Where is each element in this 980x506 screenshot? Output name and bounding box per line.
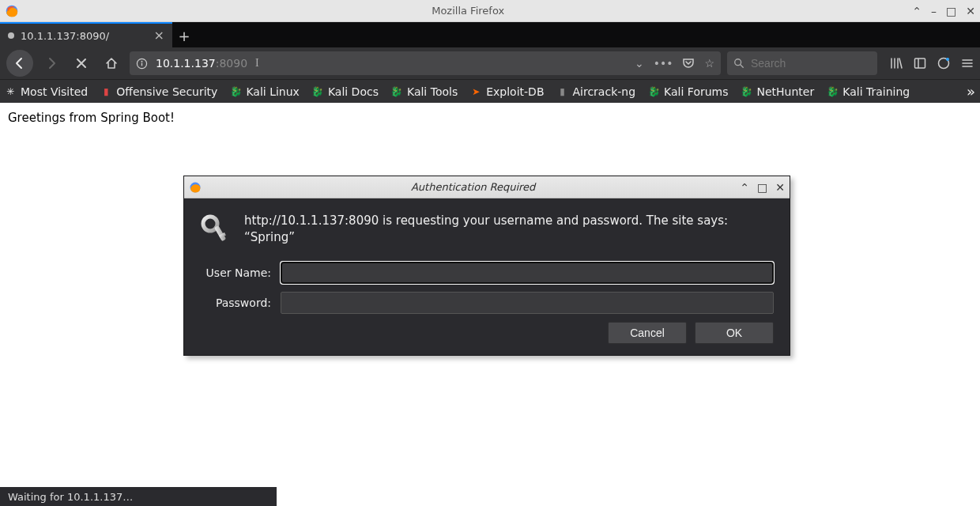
tab-bar: 10.1.1.137:8090/ × +	[0, 22, 980, 47]
tab-title: 10.1.1.137:8090/	[21, 30, 149, 42]
bookmarks-bar: ✳ Most Visited ▮ Offensive Security 🐉 Ka…	[0, 79, 980, 103]
os-titlebar: Mozilla Firefox ⌃ – □ ✕	[0, 0, 980, 22]
hamburger-menu-icon[interactable]	[961, 57, 974, 70]
bookmark-most-visited[interactable]: ✳ Most Visited	[5, 85, 88, 98]
firefox-logo-icon	[5, 4, 19, 18]
window-roll-icon[interactable]: ⌃	[912, 5, 922, 17]
tab-close-icon[interactable]: ×	[154, 29, 164, 42]
nav-toolbar: 10.1.1.137:8090 I ⌄ ••• ☆	[0, 47, 980, 79]
stop-button[interactable]	[70, 51, 93, 75]
url-bar[interactable]: 10.1.1.137:8090 I ⌄ ••• ☆	[130, 51, 721, 75]
dragon-icon: 🐉	[312, 86, 323, 97]
dragon-icon: 🐉	[648, 86, 659, 97]
svg-rect-5	[915, 59, 925, 68]
dialog-title: Authentication Required	[206, 181, 740, 193]
password-input[interactable]	[281, 292, 774, 314]
dialog-message: http://10.1.1.137:8090 is requesting you…	[244, 213, 774, 246]
dragon-icon: 🐉	[827, 86, 838, 97]
tab-active[interactable]: 10.1.1.137:8090/ ×	[0, 22, 172, 47]
bug-icon: ➤	[470, 86, 481, 97]
addon-indicator-icon[interactable]	[937, 57, 950, 70]
status-bar: Waiting for 10.1.1.137…	[0, 487, 277, 506]
dialog-titlebar: Authentication Required ⌃ □ ✕	[184, 176, 790, 198]
dialog-close-icon[interactable]: ✕	[775, 181, 785, 194]
bookmark-kali-forums[interactable]: 🐉 Kali Forums	[648, 85, 728, 98]
firefox-logo-icon	[189, 181, 202, 194]
dragon-icon: 🐉	[230, 86, 241, 97]
sidebar-icon[interactable]	[914, 57, 926, 70]
search-input[interactable]	[751, 57, 871, 70]
bookmark-exploit-db[interactable]: ➤ Exploit-DB	[470, 85, 544, 98]
dialog-roll-icon[interactable]: ⌃	[740, 181, 749, 194]
dragon-icon: 🐉	[741, 86, 752, 97]
ok-button[interactable]: OK	[695, 322, 774, 344]
search-box[interactable]	[727, 51, 877, 75]
library-icon[interactable]	[890, 57, 903, 70]
svg-point-7	[946, 58, 949, 61]
bookmark-kali-docs[interactable]: 🐉 Kali Docs	[312, 85, 379, 98]
cancel-button[interactable]: Cancel	[608, 322, 687, 344]
bookmark-aircrack[interactable]: ▮ Aircrack-ng	[557, 85, 636, 98]
bookmark-icon: ▮	[100, 86, 111, 97]
bookmark-kali-training[interactable]: 🐉 Kali Training	[827, 85, 910, 98]
dialog-maximize-icon[interactable]: □	[757, 181, 767, 194]
svg-point-3	[141, 60, 143, 62]
username-input[interactable]	[281, 262, 774, 284]
back-button[interactable]	[6, 50, 33, 77]
text-cursor-icon: I	[255, 57, 259, 70]
new-tab-button[interactable]: +	[172, 24, 196, 47]
bookmark-kali-linux[interactable]: 🐉 Kali Linux	[230, 85, 299, 98]
bookmark-kali-tools[interactable]: 🐉 Kali Tools	[391, 85, 458, 98]
page-body-text: Greetings from Spring Boot!	[8, 111, 175, 125]
status-text: Waiting for 10.1.1.137…	[8, 491, 133, 503]
key-icon	[200, 213, 230, 245]
dragon-icon: 🐉	[391, 86, 402, 97]
username-label: User Name:	[200, 266, 271, 279]
chevron-down-icon[interactable]: ⌄	[635, 57, 644, 70]
window-close-icon[interactable]: ✕	[966, 5, 975, 17]
forward-button[interactable]	[40, 51, 63, 75]
site-info-icon[interactable]	[136, 58, 148, 70]
bookmark-offensive-security[interactable]: ▮ Offensive Security	[100, 85, 217, 98]
loading-dot-icon	[8, 32, 14, 39]
home-button[interactable]	[100, 51, 123, 75]
password-label: Password:	[200, 296, 271, 309]
window-minimize-icon[interactable]: –	[931, 5, 937, 17]
window-maximize-icon[interactable]: □	[946, 5, 956, 17]
gear-icon: ✳	[5, 86, 16, 97]
window-title: Mozilla Firefox	[24, 5, 912, 17]
url-text: 10.1.1.137:8090	[156, 57, 247, 70]
pocket-icon[interactable]	[682, 57, 695, 70]
wifi-icon: ▮	[557, 86, 568, 97]
bookmark-star-icon[interactable]: ☆	[704, 57, 714, 70]
bookmark-nethunter[interactable]: 🐉 NetHunter	[741, 85, 815, 98]
bookmarks-overflow-icon[interactable]: »	[967, 83, 975, 100]
svg-rect-2	[141, 62, 142, 66]
search-icon	[733, 58, 744, 69]
page-actions-icon[interactable]: •••	[654, 57, 673, 70]
auth-dialog: Authentication Required ⌃ □ ✕	[183, 176, 790, 356]
